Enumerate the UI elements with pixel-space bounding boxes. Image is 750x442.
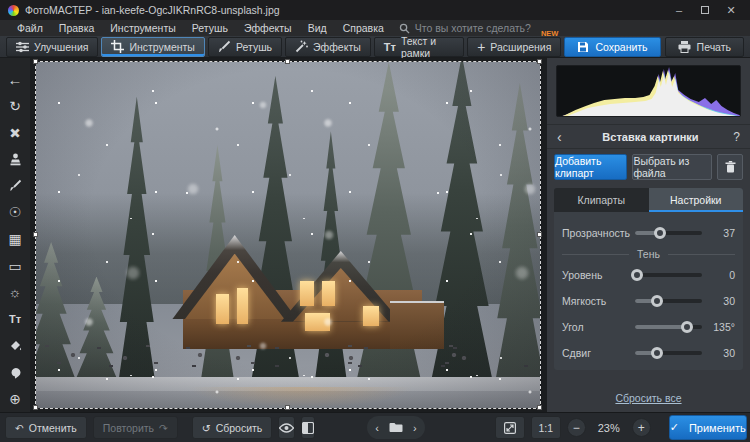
compare-button[interactable] — [301, 416, 315, 439]
selection-handle[interactable] — [537, 232, 542, 237]
maximize-button[interactable] — [694, 2, 716, 18]
histogram — [556, 65, 741, 117]
fill-bucket-icon[interactable] — [2, 332, 28, 359]
shift-slider[interactable] — [635, 351, 702, 355]
redo-icon: ↷ — [159, 422, 168, 434]
file-navigator: ‹ › — [367, 416, 424, 439]
menu-file[interactable]: Файл — [10, 20, 50, 36]
geometry-correction-icon[interactable]: ⊕ — [2, 385, 28, 412]
selection-handle[interactable] — [285, 59, 290, 64]
reset-icon: ↺ — [202, 422, 211, 434]
magic-wand-icon — [295, 40, 308, 53]
close-button[interactable]: ✕ — [720, 2, 742, 18]
choose-file-button[interactable]: Выбрать из файла — [632, 154, 712, 180]
next-file-icon[interactable]: › — [413, 422, 417, 434]
tab-retouch[interactable]: Ретушь — [208, 37, 282, 57]
minimize-button[interactable]: – — [668, 2, 690, 18]
menu-retouch[interactable]: Ретушь — [185, 20, 235, 36]
clone-stamp-icon[interactable] — [2, 146, 28, 173]
selection-handle[interactable] — [33, 405, 38, 410]
fit-screen-button[interactable] — [495, 416, 525, 439]
healing-patch-icon[interactable]: ✚ — [2, 119, 28, 146]
reset-all-link[interactable]: Сбросить все — [547, 392, 750, 404]
brush-icon[interactable] — [2, 172, 28, 199]
reset-button[interactable]: ↺ Сбросить — [192, 416, 272, 439]
radial-filter-icon[interactable]: ☉ — [2, 199, 28, 226]
slider-level: Уровень 0 — [562, 262, 735, 288]
slider-opacity: Прозрачность 37 — [562, 220, 735, 246]
folder-icon[interactable] — [389, 422, 403, 433]
trash-button[interactable] — [717, 154, 743, 180]
before-after-icon — [302, 422, 314, 434]
selection-handle[interactable] — [33, 232, 38, 237]
angle-slider[interactable] — [635, 325, 702, 329]
sliders-icon — [16, 41, 29, 53]
search-icon — [399, 23, 410, 34]
trash-icon — [725, 161, 736, 173]
tab-enhancements[interactable]: Улучшения — [6, 37, 98, 57]
curves-tool-icon[interactable] — [2, 359, 28, 386]
tab-text-frames[interactable]: Tт Текст и рамки — [374, 37, 464, 57]
zoom-out-button[interactable]: − — [567, 418, 586, 437]
text-icon: Tт — [384, 41, 396, 53]
brightness-icon[interactable]: ☼ — [2, 279, 28, 306]
tab-settings[interactable]: Настройки — [649, 188, 744, 212]
shadow-section-label: Тень — [562, 246, 735, 262]
selection-handle[interactable] — [285, 405, 290, 410]
zoom-in-button[interactable]: + — [632, 418, 651, 437]
slider-shift: Сдвиг 30 — [562, 340, 735, 366]
selection-handle[interactable] — [537, 59, 542, 64]
menu-effects[interactable]: Эффекты — [237, 20, 299, 36]
vignette-overlay — [36, 62, 540, 408]
apply-button[interactable]: ✓ Применить — [669, 415, 747, 440]
menu-tools[interactable]: Инструменты — [103, 20, 182, 36]
tab-effects[interactable]: Эффекты — [285, 37, 371, 57]
menu-help[interactable]: Справка — [336, 20, 391, 36]
redo-button[interactable]: Повторить ↷ — [93, 416, 178, 439]
canvas-area — [30, 58, 547, 412]
vignette-icon[interactable]: ▭ — [2, 252, 28, 279]
bottom-bar: ↶ Отменить Повторить ↷ ↺ Сбросить ‹ › — [0, 412, 750, 442]
zoom-level: 23% — [592, 422, 626, 434]
settings-sliders: Прозрачность 37 Тень Уровень 0 Мягкость … — [554, 212, 743, 370]
tab-tools[interactable]: Инструменты — [101, 37, 204, 57]
actual-size-button[interactable]: 1:1 — [531, 416, 561, 439]
back-arrow-icon[interactable]: ← — [2, 66, 28, 93]
app-logo-icon — [8, 5, 19, 16]
tab-extensions[interactable]: + Расширения NEW — [467, 37, 561, 57]
fit-screen-icon — [504, 422, 516, 434]
slider-angle: Угол 135° — [562, 314, 735, 340]
print-button[interactable]: Печать — [665, 37, 744, 57]
add-clipart-button[interactable]: Добавить клипарт — [554, 154, 627, 180]
left-toolbar: ← ↻ ✚ ☉ ▦ ▭ ☼ Tт ⊕ — [0, 58, 30, 412]
menu-bar: Файл Правка Инструменты Ретушь Эффекты В… — [0, 20, 750, 36]
ribbon: Улучшения Инструменты Ретушь Эффекты Tт … — [0, 36, 750, 58]
zoom-controls: 1:1 − 23% + — [495, 416, 651, 439]
graduated-filter-icon[interactable]: ▦ — [2, 226, 28, 253]
panel-tabs: Клипарты Настройки — [554, 188, 743, 212]
level-slider[interactable] — [635, 273, 702, 277]
menu-view[interactable]: Вид — [301, 20, 334, 36]
opacity-slider[interactable] — [635, 231, 702, 235]
save-button[interactable]: Сохранить — [564, 37, 660, 57]
softness-slider[interactable] — [635, 299, 702, 303]
search-placeholder: Что вы хотите сделать? — [415, 22, 531, 34]
photo-canvas[interactable] — [36, 62, 540, 408]
panel-back-icon[interactable]: ‹ — [557, 129, 573, 145]
search-box[interactable]: Что вы хотите сделать? — [399, 22, 531, 34]
preview-original-button[interactable] — [278, 416, 295, 439]
rotate-icon[interactable]: ↻ — [2, 93, 28, 120]
menu-edit[interactable]: Правка — [52, 20, 101, 36]
plus-icon: + — [477, 42, 485, 52]
save-icon — [577, 41, 589, 53]
prev-file-icon[interactable]: ‹ — [375, 422, 379, 434]
help-icon[interactable]: ? — [728, 130, 740, 144]
panel-title: Вставка картинки — [573, 131, 728, 143]
undo-button[interactable]: ↶ Отменить — [5, 416, 87, 439]
printer-icon — [678, 41, 691, 53]
selection-handle[interactable] — [33, 59, 38, 64]
tab-cliparts[interactable]: Клипарты — [554, 188, 649, 212]
right-panel: ‹ Вставка картинки ? Добавить клипарт Вы… — [547, 58, 750, 412]
text-tool-icon[interactable]: Tт — [2, 305, 28, 332]
selection-handle[interactable] — [537, 405, 542, 410]
